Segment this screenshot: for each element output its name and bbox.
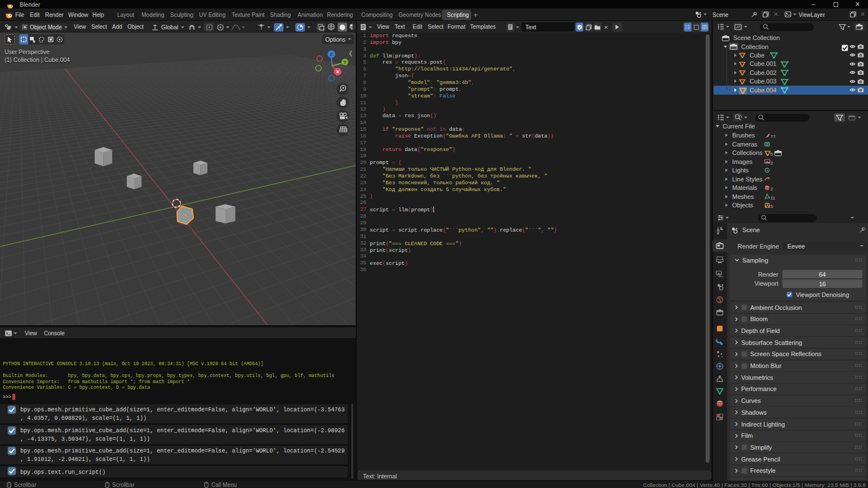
svg-text:Y: Y: [343, 60, 347, 65]
svg-text:Z: Z: [330, 52, 333, 57]
svg-text:❮: ❮: [348, 50, 353, 57]
svg-text:X: X: [336, 69, 339, 74]
